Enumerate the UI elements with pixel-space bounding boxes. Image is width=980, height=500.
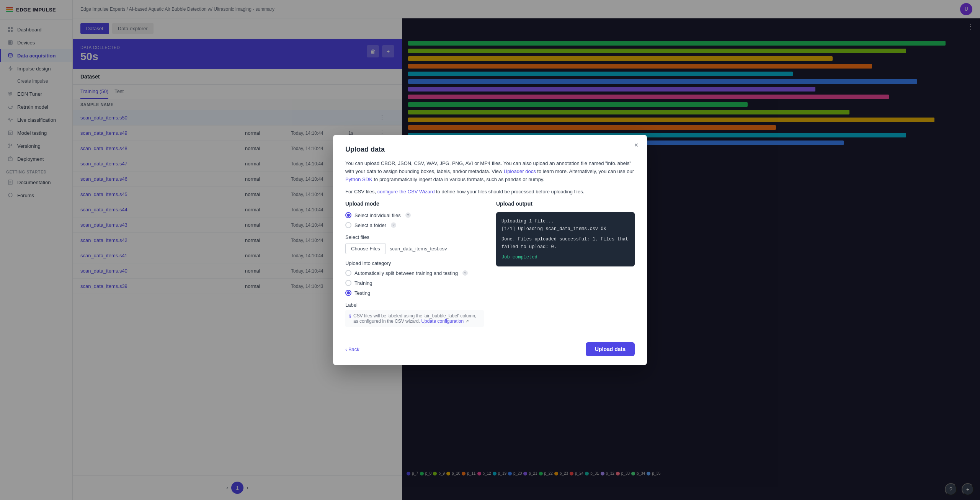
update-config-link[interactable]: Update configuration (421, 319, 464, 324)
upload-into-category-section: Upload into category Automatically split… (345, 260, 484, 296)
radio-folder[interactable]: Select a folder ? (345, 222, 484, 228)
modal-overlay[interactable]: × Upload data You can upload CBOR, JSON,… (0, 0, 980, 500)
modal-description: You can upload CBOR, JSON, CSV, WAV, JPG… (345, 160, 635, 183)
modal-title: Upload data (345, 145, 635, 154)
modal-footer: ‹ Back Upload data (345, 342, 635, 356)
csv-wizard-link[interactable]: configure the CSV Wizard (377, 189, 435, 194)
python-sdk-link[interactable]: Python SDK (345, 176, 372, 182)
upload-output-box: Uploading 1 file... [1/1] Uploading scan… (496, 212, 635, 266)
radio-auto-split[interactable]: Automatically split between training and… (345, 270, 484, 276)
file-input-row: Choose Files scan_data_items_test.csv (345, 243, 484, 254)
modal-body: Upload mode Select individual files ? Se… (345, 201, 635, 333)
csv-note: For CSV files, configure the CSV Wizard … (345, 188, 635, 196)
individual-help-icon[interactable]: ? (405, 212, 411, 218)
output-line-4: Done. Files uploaded successful: 1. File… (501, 235, 629, 251)
radio-training[interactable]: Training (345, 280, 484, 286)
testing-circle (345, 290, 351, 296)
radio-individual-files[interactable]: Select individual files ? (345, 212, 484, 218)
category-label: Upload into category (345, 260, 484, 266)
output-line-1: Uploading 1 file... (501, 217, 629, 225)
auto-split-help-icon[interactable]: ? (462, 270, 468, 276)
upload-mode-radios: Select individual files ? Select a folde… (345, 212, 484, 228)
radio-testing[interactable]: Testing (345, 290, 484, 296)
upload-modal: × Upload data You can upload CBOR, JSON,… (333, 135, 647, 365)
selected-file-name: scan_data_items_test.csv (390, 246, 447, 252)
back-btn[interactable]: ‹ Back (345, 346, 359, 352)
category-radios: Automatically split between training and… (345, 270, 484, 296)
label-info-box: ℹ CSV files will be labeled using the 'a… (345, 310, 484, 327)
choose-files-btn[interactable]: Choose Files (345, 243, 386, 254)
modal-right-col: Upload output Uploading 1 file... [1/1] … (496, 201, 635, 333)
select-files-label: Select files (345, 234, 484, 240)
folder-help-icon[interactable]: ? (391, 222, 396, 228)
auto-split-circle (345, 270, 351, 276)
label-section: Label ℹ CSV files will be labeled using … (345, 302, 484, 327)
upload-output-title: Upload output (496, 201, 635, 207)
uploader-docs-link[interactable]: Uploader docs (504, 168, 536, 174)
output-line-2: [1/1] Uploading scan_data_items.csv OK (501, 225, 629, 233)
radio-folder-circle (345, 222, 351, 228)
upload-data-btn[interactable]: Upload data (586, 342, 635, 356)
info-icon: ℹ (349, 314, 351, 319)
modal-close-btn[interactable]: × (631, 140, 642, 151)
upload-mode-title: Upload mode (345, 201, 484, 207)
output-line-6: Job completed (501, 253, 629, 261)
modal-left-col: Upload mode Select individual files ? Se… (345, 201, 484, 333)
label-title: Label (345, 302, 484, 308)
radio-individual-circle (345, 212, 351, 218)
select-files-section: Select files Choose Files scan_data_item… (345, 234, 484, 254)
training-circle (345, 280, 351, 286)
